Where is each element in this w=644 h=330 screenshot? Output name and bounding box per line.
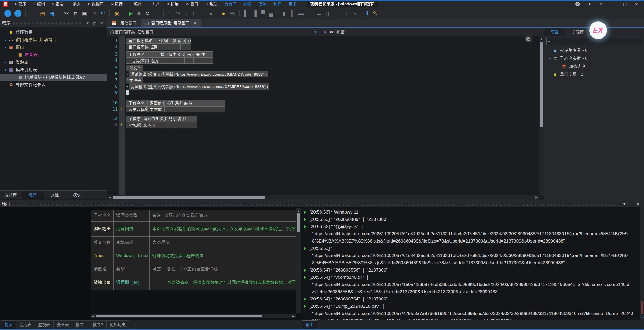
code-line-6[interactable]: 6»调试输出 (蓝奏云优享版 (“https://www.ilanzou.com… <box>107 71 539 77</box>
maximize-icon[interactable]: ▢ <box>623 2 627 7</box>
tree-item-窗口程序集_启动窗口[interactable]: ▸窗口程序集_启动窗口 <box>0 36 107 43</box>
tab-支持库[interactable]: 支持库 <box>0 191 22 199</box>
doc-scroll-left-icon[interactable]: ◀ <box>92 314 94 318</box>
step-into-icon[interactable]: ↓ <box>183 10 190 17</box>
log-url[interactable]: “https://small4.bakstotre.com/2025110920… <box>302 252 640 266</box>
doc-cell[interactable] <box>150 275 164 290</box>
chevron-icon[interactable]: ▸ <box>3 45 8 49</box>
tab-close-icon[interactable]: ✕ <box>193 21 196 25</box>
doc-cell[interactable]: 参数名 <box>91 263 114 275</box>
menu-item-I.插入[interactable]: I.插入 <box>67 2 84 7</box>
log-entry[interactable]: [20:56:53] * <box>302 245 640 252</box>
size-to-grid-icon[interactable]: ▫ <box>336 10 342 17</box>
code-line-2[interactable]: 2窗口程序集_启动窗口 <box>107 44 539 50</box>
tab-程序[interactable]: 程序 <box>22 191 44 199</box>
doc-cell[interactable]: 通用型（all） <box>114 275 150 290</box>
step-out-icon[interactable]: ↑ <box>190 10 197 17</box>
tree-item-子程序参数 - 0[interactable]: ▾子程序参数 - 0 <box>544 54 644 63</box>
memo-icon[interactable]: ▤ <box>227 10 237 17</box>
editor-tab-_启动窗口[interactable]: _启动窗口 <box>107 19 141 27</box>
doc-cell[interactable]: 返回值类型 <box>114 210 150 222</box>
log-entry[interactable]: [20:56:53] * “260860489” ｜ “2137300” <box>302 216 640 223</box>
menu-item-词库[interactable]: 词库 <box>270 2 285 7</box>
log-entry[interactable]: [20:56:53] * Windows 11 <box>302 208 640 216</box>
scroll-right-icon[interactable]: ▶ <box>536 196 538 199</box>
tree-item-局部变量 - 0[interactable]: 局部变量 - 0 <box>544 71 644 79</box>
code-line-11[interactable]: 11+蓝奏云优享版文本型 <box>107 106 539 112</box>
log-url[interactable]: “https://small4.bakstotre.com/2025110920… <box>302 281 640 295</box>
tree-item-模块引用表[interactable]: ▾模块引用表 <box>0 66 107 74</box>
tab-搜寻1[interactable]: 搜寻1 <box>72 320 89 329</box>
save-icon[interactable]: ▦ <box>47 10 57 17</box>
stop-icon[interactable]: ■ <box>135 10 143 17</box>
code-line-5[interactable]: 5' 单文件 <box>107 65 539 71</box>
compile-icon[interactable]: ≣ <box>152 10 161 17</box>
menu-item-便签[interactable]: 便签 <box>255 2 270 7</box>
variable-search-input[interactable] <box>552 39 640 44</box>
menu-item-V.查看[interactable]: V.查看 <box>49 2 67 7</box>
menu-item-H.帮助[interactable]: H.帮助 <box>202 2 221 7</box>
editor-vscroll-thumb[interactable] <box>540 42 543 127</box>
undo-icon[interactable]: ↶ <box>98 10 107 17</box>
code-line-9[interactable]: 9 <box>107 90 539 96</box>
log-entry[interactable]: [20:56:54] * “Dump_20240218.csv” ｜ <box>302 303 640 310</box>
code-line-8[interactable]: 8»调试输出 (蓝奏云优享版 (“https://www.ilanzou.com… <box>107 83 539 90</box>
panel-dropdown-icon[interactable]: ▼ <box>84 21 91 25</box>
same-width-icon[interactable]: ▭ <box>314 10 324 17</box>
output-dropdown-icon[interactable]: ▾ <box>623 201 625 206</box>
doc-horizontal-scrollbar[interactable]: ◀ ▶ <box>91 314 296 318</box>
chevron-icon[interactable]: ▾ <box>547 57 552 61</box>
code-line-12[interactable]: 12子程序名返回值类型公开易包备 注 <box>107 116 539 122</box>
menu-item-更多[interactable]: 更多 <box>285 2 300 7</box>
align-top-icon[interactable]: ▀ <box>259 10 267 17</box>
code-line-1[interactable]: 1窗口程序集名保 留保 留备 注 <box>107 38 539 44</box>
doc-cell[interactable]: 英文名称 <box>91 237 114 248</box>
align-right-icon[interactable]: ▐ <box>250 10 259 17</box>
tree-item-外部文件记录表[interactable]: 外部文件记录表 <box>0 81 107 89</box>
tab-监视表[interactable]: 监视表 <box>35 320 54 329</box>
doc-cell[interactable]: 系统需求 <box>114 237 150 248</box>
fit-size-icon[interactable]: ↘ <box>350 10 359 17</box>
log-entry[interactable]: [20:56:53] * “优享版js.js” ｜ <box>302 223 640 230</box>
tab-调用表[interactable]: 调用表 <box>16 320 35 329</box>
tab-output[interactable]: 输出 <box>302 320 317 329</box>
debug-log[interactable]: [20:56:53] * Windows 11[20:56:53] * “260… <box>302 207 640 320</box>
tab-提示[interactable]: 提示 <box>1 320 16 329</box>
menu-item-C.编译[interactable]: C.编译 <box>126 2 145 7</box>
menu-item-B.数据库[interactable]: B.数据库 <box>84 2 107 7</box>
doc-cell[interactable]: 备注 （↓双击内容查看详细↓） <box>150 210 297 222</box>
panel-maximize-icon[interactable]: ▢ <box>91 21 98 25</box>
fit-height-icon[interactable]: ↕ <box>343 10 350 17</box>
menu-item-W.窗口[interactable]: W.窗口 <box>182 2 202 7</box>
menu-item-T.工具[interactable]: T.工具 <box>145 2 163 7</box>
menu-item-E.编辑[interactable]: E.编辑 <box>30 2 49 7</box>
tree-item-常量表...[interactable]: 常量表... <box>0 51 107 58</box>
tab-变量[interactable]: 变量 <box>544 28 565 36</box>
tab-模块[interactable]: 模块 <box>66 191 88 199</box>
doc-cell[interactable]: Windows、Linux <box>114 248 150 263</box>
same-height-icon[interactable]: ▯ <box>324 10 331 17</box>
doc-scroll-right-icon[interactable]: ▶ <box>292 314 295 318</box>
doc-cell[interactable]: 备注 （↓双击内容查看详细↓） <box>164 263 297 275</box>
collapse-button[interactable]: 收 <box>525 36 532 42</box>
style-brush-icon[interactable]: ✎ <box>371 10 380 17</box>
expand-plus-icon[interactable]: + <box>120 122 122 127</box>
chevron-icon[interactable]: ▸ <box>3 60 8 64</box>
editor-horizontal-scrollbar[interactable]: ◀ ▶ <box>108 195 539 200</box>
scroll-up-icon[interactable]: ▲ <box>539 37 544 41</box>
run-to-cursor-icon[interactable]: → <box>197 10 207 17</box>
align-bottom-icon[interactable]: ▄ <box>267 10 275 17</box>
tab-搜寻2[interactable]: 搜寻2 <box>89 320 106 329</box>
code-line-7[interactable]: 7' 文件夹 <box>107 77 539 83</box>
code-line-4[interactable]: 4__启动窗口_创建完毕 <box>107 57 539 64</box>
doc-hscroll-thumb[interactable] <box>96 315 262 317</box>
space-vertical-icon[interactable]: ═ <box>306 10 314 17</box>
log-entry[interactable]: [20:56:54] * “260863556” ｜ “2137300” <box>302 266 640 274</box>
doc-cell[interactable]: 子程序名 <box>91 210 114 222</box>
doc-cell[interactable]: Trace <box>91 248 114 263</box>
editor-tab-窗口程序集_启动窗口[interactable]: { }窗口程序集_启动窗口✕ <box>141 19 201 27</box>
minimize-icon[interactable]: — <box>611 2 615 6</box>
find-in-files-icon[interactable]: ◉ <box>112 10 121 17</box>
debug-window-icon[interactable]: ⌂ <box>166 10 174 17</box>
doc-cell[interactable]: 调试输出 <box>91 222 114 237</box>
